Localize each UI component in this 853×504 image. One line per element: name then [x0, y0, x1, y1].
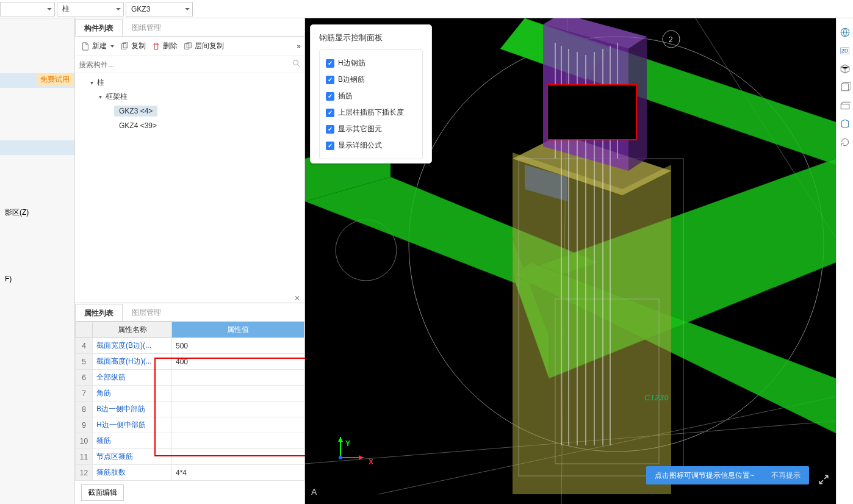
table-row[interactable]: 9 H边一侧中部筋	[76, 417, 304, 433]
tab-layer-manage[interactable]: 图层管理	[123, 303, 170, 321]
tree-node-root[interactable]: ▾柱	[84, 76, 304, 90]
section-edit-button[interactable]: 截面编辑	[81, 484, 124, 501]
col-value: 属性值	[172, 322, 304, 338]
sidebar-item-shadow[interactable]: 影区(Z)	[5, 207, 29, 218]
prop-name: H边一侧中部筋	[93, 417, 172, 433]
svg-marker-21	[513, 153, 622, 494]
prop-value[interactable]	[172, 433, 304, 449]
new-button[interactable]: 新建	[79, 39, 117, 53]
row-num: 7	[76, 386, 93, 401]
search-input[interactable]	[79, 60, 292, 69]
chevron-down-icon	[110, 45, 114, 48]
sidebar-row-sel[interactable]	[0, 140, 74, 155]
tab-property-list[interactable]: 属性列表	[75, 304, 123, 321]
cube-outline-icon[interactable]	[838, 117, 852, 131]
rebar-check-label: H边钢筋	[338, 58, 365, 68]
prop-value[interactable]	[172, 401, 304, 417]
svg-marker-27	[628, 37, 647, 171]
checkbox-checked-icon[interactable]	[326, 125, 334, 134]
new-file-icon	[81, 42, 90, 51]
table-row[interactable]: 6 全部纵筋	[76, 370, 304, 386]
property-panel: 属性列表 图层管理 属性名称 属性值 4 截面宽度(B边)(... 5005 截…	[75, 303, 304, 504]
checkbox-checked-icon[interactable]	[326, 142, 334, 150]
table-row[interactable]: 7 角筋	[76, 386, 304, 401]
row-num: 12	[76, 465, 93, 481]
collapse-icon[interactable]	[816, 472, 831, 487]
prop-value[interactable]: 4*4	[172, 465, 304, 481]
cross-floor-copy-button[interactable]: 层间复制	[181, 39, 226, 53]
rebar-check-label: 显示详细公式	[338, 140, 382, 151]
rebar-check-label: 上层柱插筋下插长度	[338, 107, 404, 118]
prop-value[interactable]: 400	[172, 354, 304, 370]
more-tools-button[interactable]: »	[297, 42, 301, 51]
rebar-check-row[interactable]: B边钢筋	[326, 71, 416, 88]
table-row[interactable]: 5 截面高度(H边)(... 400	[76, 354, 304, 370]
caret-icon	[185, 8, 190, 10]
collapse-icon: ▾	[88, 79, 95, 86]
collapse-icon: ▾	[97, 93, 103, 100]
rebar-check-row[interactable]: 插筋	[326, 88, 416, 104]
table-row[interactable]: 11 节点区箍筋	[76, 449, 304, 465]
tip-bar: 点击图标可调节提示信息位置~ 不再提示	[646, 466, 809, 484]
combo-category[interactable]: 柱	[57, 2, 124, 16]
prop-value[interactable]	[172, 386, 304, 401]
copy-icon	[120, 42, 129, 51]
svg-rect-44	[841, 84, 848, 90]
search-bar[interactable]	[75, 56, 304, 73]
prop-name: 全部纵筋	[93, 370, 172, 386]
table-row[interactable]: 12 箍筋肢数 4*4	[76, 465, 304, 481]
rebar-panel-title: 钢筋显示控制面板	[319, 32, 423, 43]
checkbox-checked-icon[interactable]	[326, 109, 334, 117]
floors-icon	[184, 42, 192, 51]
refresh-icon[interactable]	[838, 135, 852, 149]
table-row[interactable]: 4 截面宽度(B边)(... 500	[76, 338, 304, 354]
cube-solid-icon[interactable]	[838, 62, 852, 76]
globe-icon[interactable]	[838, 26, 852, 39]
prop-name: 箍筋	[93, 433, 172, 449]
rebar-check-row[interactable]: 显示其它图元	[326, 121, 416, 137]
delete-button[interactable]: 删除	[149, 39, 180, 53]
copy-button[interactable]: 复制	[118, 39, 148, 53]
tab-drawing-manage[interactable]: 图纸管理	[123, 18, 170, 36]
3d-viewport[interactable]: 2	[305, 18, 836, 504]
svg-marker-22	[622, 165, 671, 494]
prop-name: 截面高度(H边)(...	[93, 354, 172, 370]
svg-rect-45	[841, 104, 849, 109]
rebar-check-row[interactable]: H边钢筋	[326, 55, 416, 71]
grid-badge-2: 2	[669, 35, 673, 44]
section-icon[interactable]	[838, 99, 852, 112]
prop-value[interactable]: 500	[172, 338, 304, 354]
cube-wire-icon[interactable]	[838, 81, 852, 94]
component-toolbar: 新建 复制 删除 层间复制 »	[75, 37, 304, 56]
tree-leaf-gkz4[interactable]: GKZ4 <39>	[84, 118, 304, 133]
combo-blank[interactable]	[0, 2, 55, 16]
rebar-check-row[interactable]: 显示详细公式	[326, 137, 416, 154]
property-table: 属性名称 属性值 4 截面宽度(B边)(... 5005 截面高度(H边)(..…	[75, 322, 304, 481]
table-row[interactable]: 8 B边一侧中部筋	[76, 401, 304, 417]
tip-dismiss-button[interactable]: 不再提示	[771, 470, 801, 481]
view-2d-button[interactable]: 2D	[838, 44, 852, 57]
prop-value[interactable]	[172, 370, 304, 386]
checkbox-checked-icon[interactable]	[326, 92, 334, 101]
trial-tag[interactable]: 免费试用	[37, 73, 73, 86]
col-rownum	[76, 322, 93, 338]
prop-value[interactable]	[172, 449, 304, 465]
sidebar-item-f[interactable]: F)	[5, 275, 12, 283]
checkbox-checked-icon[interactable]	[326, 76, 334, 84]
checkbox-checked-icon[interactable]	[326, 59, 334, 68]
combo-component[interactable]: GKZ3	[126, 2, 193, 16]
tree-node-child[interactable]: ▾框架柱	[84, 90, 304, 104]
row-num: 9	[76, 417, 93, 433]
table-row[interactable]: 10 箍筋	[76, 433, 304, 449]
tab-component-list[interactable]: 构件列表	[75, 19, 123, 36]
search-icon[interactable]	[292, 59, 301, 70]
axis-y-label: Y	[345, 439, 350, 448]
row-num: 6	[76, 370, 93, 386]
col-name: 属性名称	[93, 322, 172, 338]
prop-value[interactable]	[172, 417, 304, 433]
tree-leaf-gkz3[interactable]: GKZ3 <4>	[84, 104, 304, 118]
viewcube-label-a: A	[311, 487, 317, 497]
row-num: 4	[76, 338, 93, 354]
rebar-display-panel[interactable]: 钢筋显示控制面板 H边钢筋B边钢筋插筋上层柱插筋下插长度显示其它图元显示详细公式	[310, 24, 432, 164]
rebar-check-row[interactable]: 上层柱插筋下插长度	[326, 104, 416, 121]
